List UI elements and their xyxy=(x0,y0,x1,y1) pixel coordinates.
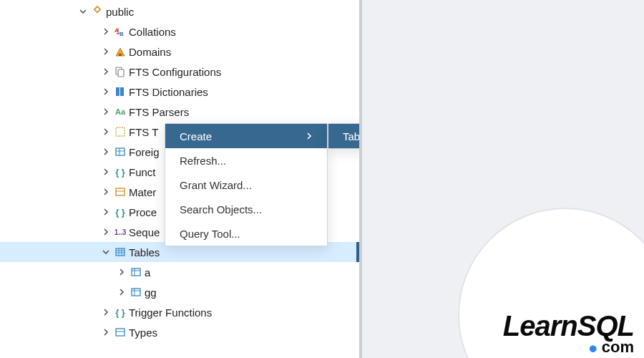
menu-item-label: Refresh... xyxy=(180,155,226,167)
chevron-right-icon xyxy=(306,132,313,140)
chevron-right-icon[interactable] xyxy=(114,289,129,296)
svg-rect-12 xyxy=(116,188,125,195)
tree-label: FTS Dictionaries xyxy=(127,86,208,98)
chevron-down-icon[interactable] xyxy=(99,248,113,256)
chevron-right-icon[interactable] xyxy=(99,188,113,195)
menu-item-label: Grant Wizard... xyxy=(180,179,252,191)
menu-item-query-tool[interactable]: Query Tool... xyxy=(165,221,327,246)
tree-label: FTS T xyxy=(127,126,158,138)
tree-label: FTS Configurations xyxy=(127,66,221,78)
chevron-right-icon[interactable] xyxy=(99,208,113,216)
menu-item-label: Create xyxy=(180,130,212,142)
svg-rect-19 xyxy=(132,268,140,276)
menu-item-refresh[interactable]: Refresh... xyxy=(165,148,327,173)
tree-label: Funct xyxy=(127,166,156,178)
tree-node-schema-public[interactable]: public xyxy=(0,1,359,21)
object-browser-tree[interactable]: public AB Collations Domains FTS Configu… xyxy=(0,0,359,358)
collations-icon: AB xyxy=(113,26,127,37)
trigger-functions-icon: { } xyxy=(113,307,127,318)
svg-text:B: B xyxy=(119,31,124,37)
table-icon xyxy=(129,286,143,298)
fts-dict-icon xyxy=(113,86,127,97)
logo-dot-icon: • xyxy=(589,334,597,358)
fts-config-icon xyxy=(113,66,127,77)
chevron-right-icon[interactable] xyxy=(99,148,113,155)
chevron-right-icon[interactable] xyxy=(99,309,113,316)
menu-item-label: Search Objects... xyxy=(180,203,262,216)
tree-node-domains[interactable]: Domains xyxy=(0,42,359,62)
content-panel: LearnSQL • com xyxy=(359,0,644,358)
tree-node-fts-dict[interactable]: FTS Dictionaries xyxy=(0,82,359,102)
menu-item-grant-wizard[interactable]: Grant Wizard... xyxy=(165,173,327,197)
chevron-right-icon[interactable] xyxy=(99,228,113,236)
svg-rect-5 xyxy=(118,69,124,77)
chevron-right-icon[interactable] xyxy=(99,28,113,35)
types-icon xyxy=(113,326,127,338)
menu-item-search-objects[interactable]: Search Objects... xyxy=(165,197,327,221)
svg-rect-9 xyxy=(116,148,125,155)
matviews-icon xyxy=(113,186,127,198)
logo-text-sql: SQL xyxy=(577,310,634,342)
chevron-right-icon[interactable] xyxy=(99,128,113,135)
fts-parsers-icon: Aa xyxy=(113,107,127,116)
menu-item-create[interactable]: Create xyxy=(165,124,327,148)
table-icon xyxy=(129,266,143,278)
svg-rect-8 xyxy=(116,127,125,136)
tree-label: a xyxy=(143,266,150,279)
chevron-right-icon[interactable] xyxy=(99,68,113,75)
foreign-table-icon xyxy=(113,146,127,158)
tree-label: gg xyxy=(143,286,157,299)
fts-templates-icon xyxy=(113,126,127,137)
svg-rect-22 xyxy=(132,289,140,296)
chevron-right-icon[interactable] xyxy=(99,108,113,115)
tree-node-collations[interactable]: AB Collations xyxy=(0,21,359,42)
tree-label: public xyxy=(104,6,134,18)
tree-node-fts-config[interactable]: FTS Configurations xyxy=(0,62,359,82)
tree-label: Types xyxy=(127,326,157,339)
chevron-right-icon[interactable] xyxy=(99,168,113,175)
tree-node-fts-parsers[interactable]: Aa FTS Parsers xyxy=(0,102,359,122)
tree-node-types[interactable]: Types xyxy=(0,322,359,342)
svg-rect-25 xyxy=(116,329,125,336)
svg-rect-14 xyxy=(116,248,125,256)
chevron-right-icon[interactable] xyxy=(99,88,113,95)
tree-node-trigger-functions[interactable]: { } Trigger Functions xyxy=(0,302,359,322)
svg-rect-0 xyxy=(94,6,100,12)
svg-rect-6 xyxy=(116,87,119,96)
tree-label: Mater xyxy=(127,186,156,198)
sequences-icon: 1..3 xyxy=(113,228,127,236)
chevron-right-icon[interactable] xyxy=(99,329,113,336)
procedures-icon: { } xyxy=(113,207,127,218)
chevron-right-icon[interactable] xyxy=(114,268,129,276)
context-menu[interactable]: Create Refresh... Grant Wizard... Search… xyxy=(165,123,328,246)
functions-icon: { } xyxy=(113,167,127,178)
logo-text-com: com xyxy=(602,338,634,356)
logo-text-learn: Learn xyxy=(503,310,577,342)
domains-icon xyxy=(113,46,127,57)
svg-rect-3 xyxy=(119,54,122,56)
menu-item-label: Query Tool... xyxy=(180,228,240,240)
tree-label: Collations xyxy=(127,26,176,38)
chevron-down-icon[interactable] xyxy=(76,8,90,15)
chevron-right-icon[interactable] xyxy=(99,48,113,55)
learnsql-logo: LearnSQL • com xyxy=(503,310,634,357)
tree-node-table-a[interactable]: a xyxy=(0,262,359,282)
tree-label: Seque xyxy=(127,226,160,238)
tree-label: FTS Parsers xyxy=(127,106,189,118)
tree-label: Trigger Functions xyxy=(127,306,212,319)
tree-node-table-gg[interactable]: gg xyxy=(0,282,359,302)
svg-rect-7 xyxy=(120,87,124,96)
tree-label: Proce xyxy=(127,206,157,218)
tables-icon xyxy=(113,246,127,258)
tree-label: Domains xyxy=(127,46,171,58)
tree-label: Foreig xyxy=(127,146,160,158)
schema-icon xyxy=(90,6,104,17)
tree-label: Tables xyxy=(127,246,160,258)
